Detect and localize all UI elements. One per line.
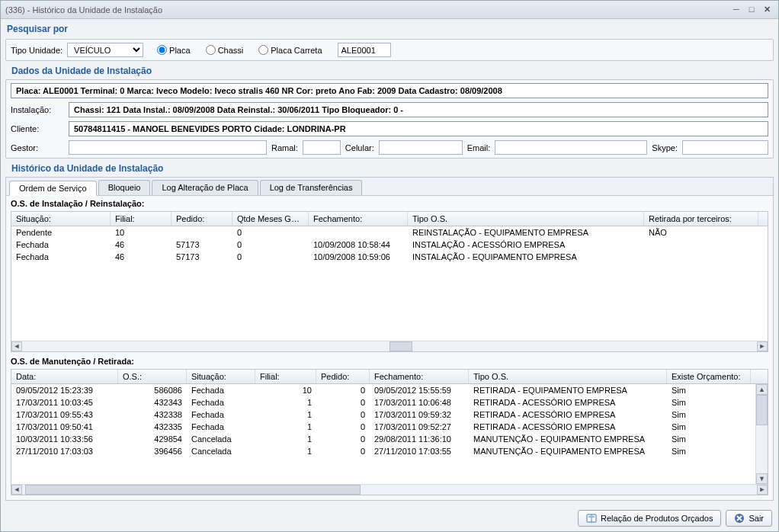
vehicle-header-box: Placa: ALE0001 Terminal: 0 Marca: Iveco … xyxy=(11,83,768,98)
radio-placa-carreta[interactable]: Placa Carreta xyxy=(258,45,322,55)
table-cell: 10/09/2008 10:58:44 xyxy=(309,239,408,251)
grid2-h-os[interactable]: O.S.: xyxy=(118,370,187,383)
grid-install: Situação: Filial: Pedido: Qtde Meses Gar… xyxy=(11,211,768,352)
grid1-body[interactable]: Pendente100REINSTALAÇÃO - EQUIPAMENTO EM… xyxy=(11,226,768,341)
table-cell: 432335 xyxy=(118,421,187,433)
table-cell: 17/03/2011 09:52:27 xyxy=(370,421,469,433)
table-cell: 27/11/2010 17:03:03 xyxy=(11,445,118,457)
table-cell: 1 xyxy=(255,409,316,421)
grid2-h-fechamento[interactable]: Fechamento: xyxy=(370,370,469,383)
maximize-button[interactable]: □ xyxy=(745,5,758,15)
grid1-hscroll[interactable]: ◄► xyxy=(11,341,768,351)
table-cell: 17/03/2011 09:59:32 xyxy=(370,409,469,421)
table-cell: 57173 xyxy=(172,251,232,263)
search-panel: Tipo Unidade: VEÍCULO Placa Chassi Placa… xyxy=(5,39,774,61)
table-cell: Fechada xyxy=(187,409,255,421)
tab-ordem-servico[interactable]: Ordem de Serviço xyxy=(9,181,97,196)
table-cell: 17/03/2011 09:50:41 xyxy=(11,421,118,433)
window-title: (336) - Histórico da Unidade de Instalaç… xyxy=(5,5,728,14)
table-row[interactable]: 17/03/2011 10:03:45432343Fechada1017/03/… xyxy=(11,396,755,409)
grid1-h-qtde[interactable]: Qtde Meses Gar... xyxy=(232,212,309,226)
grid2-h-pedido[interactable]: Pedido: xyxy=(316,370,370,383)
instalacao-value: Chassi: 121 Data Instal.: 08/09/2008 Dat… xyxy=(69,102,768,117)
table-cell: RETIRADA - EQUIPAMENTO EMPRESA xyxy=(469,384,667,396)
table-cell: Sim xyxy=(667,396,751,409)
table-cell: Sim xyxy=(667,421,751,433)
radio-placa[interactable]: Placa xyxy=(157,45,191,55)
grid1-title: O.S. de Instalação / Reinstalação: xyxy=(6,196,773,210)
grid1-h-filial[interactable]: Filial: xyxy=(111,212,172,226)
grid2-header: Data: O.S.: Situação: Filial: Pedido: Fe… xyxy=(11,370,768,384)
skype-input[interactable] xyxy=(682,140,768,155)
main-window: (336) - Histórico da Unidade de Instalaç… xyxy=(0,0,779,532)
celular-input[interactable] xyxy=(379,140,463,155)
table-cell: RETIRADA - ACESSÓRIO EMPRESA xyxy=(469,396,667,409)
table-cell: 1 xyxy=(255,396,316,409)
grid2-h-filial[interactable]: Filial: xyxy=(255,370,316,383)
table-row[interactable]: Fechada4657173010/09/2008 10:58:44INSTAL… xyxy=(11,239,768,251)
grid2-h-tipo[interactable]: Tipo O.S. xyxy=(469,370,667,383)
table-cell xyxy=(644,251,758,263)
exit-button[interactable]: Sair xyxy=(726,510,772,527)
table-row[interactable]: Fechada4657173010/09/2008 10:59:06INSTAL… xyxy=(11,251,768,263)
products-report-button[interactable]: Relação de Produtos Orçados xyxy=(578,510,721,527)
table-row[interactable]: 10/03/2011 10:33:56429854Cancelada1029/0… xyxy=(11,433,755,445)
grid2-title: O.S. de Manutenção / Retirada: xyxy=(6,354,773,367)
table-cell xyxy=(309,226,408,239)
grid1-h-retirada[interactable]: Retirada por terceiros: xyxy=(644,212,758,226)
table-cell: 429854 xyxy=(118,433,187,445)
history-panel: Ordem de Serviço Bloqueio Log Alteração … xyxy=(5,177,774,501)
table-cell: Cancelada xyxy=(187,445,255,457)
table-row[interactable]: 17/03/2011 09:55:43432338Fechada1017/03/… xyxy=(11,409,755,421)
minimize-button[interactable]: ─ xyxy=(729,5,743,15)
table-row[interactable]: Pendente100REINSTALAÇÃO - EQUIPAMENTO EM… xyxy=(11,226,768,239)
email-input[interactable] xyxy=(495,140,647,155)
grid2-body[interactable]: 09/05/2012 15:23:39586086Fechada10009/05… xyxy=(11,384,755,484)
table-cell: Cancelada xyxy=(187,433,255,445)
grid1-h-situacao[interactable]: Situação: xyxy=(11,212,111,226)
table-row[interactable]: 27/11/2010 17:03:03396456Cancelada1027/1… xyxy=(11,445,755,457)
radio-placa-carreta-input[interactable] xyxy=(258,45,268,55)
table-cell: 10/09/2008 10:59:06 xyxy=(309,251,408,263)
table-cell: 17/03/2011 09:55:43 xyxy=(11,409,118,421)
search-section-title: Pesquisar por xyxy=(1,19,778,37)
grid1-h-fechamento[interactable]: Fechamento: xyxy=(309,212,408,226)
grid2-h-data[interactable]: Data: xyxy=(11,370,118,383)
tab-log-transferencias[interactable]: Log de Transferências xyxy=(260,180,363,195)
table-cell: 432343 xyxy=(118,396,187,409)
celular-label: Celular: xyxy=(345,143,374,152)
table-cell: NÃO xyxy=(644,226,758,239)
tab-bloqueio[interactable]: Bloqueio xyxy=(98,180,151,195)
table-cell: Fechada xyxy=(187,421,255,433)
radio-chassi[interactable]: Chassi xyxy=(206,45,244,55)
table-cell: RETIRADA - ACESSÓRIO EMPRESA xyxy=(469,409,667,421)
table-cell: INSTALAÇÃO - ACESSÓRIO EMPRESA xyxy=(408,239,644,251)
table-row[interactable]: 17/03/2011 09:50:41432335Fechada1017/03/… xyxy=(11,421,755,433)
table-cell: Sim xyxy=(667,409,751,421)
gestor-label: Gestor: xyxy=(11,143,64,152)
table-cell: 0 xyxy=(232,251,309,263)
table-cell: 46 xyxy=(111,239,172,251)
table-cell: Fechada xyxy=(11,251,111,263)
close-button[interactable]: ✕ xyxy=(760,5,774,15)
gestor-input[interactable] xyxy=(69,140,267,155)
tabs-bar: Ordem de Serviço Bloqueio Log Alteração … xyxy=(6,178,773,196)
grid1-h-pedido[interactable]: Pedido: xyxy=(172,212,232,226)
grid1-header: Situação: Filial: Pedido: Qtde Meses Gar… xyxy=(11,212,768,226)
unit-type-select[interactable]: VEÍCULO xyxy=(67,43,143,57)
grid2-h-orcamento[interactable]: Existe Orçamento: xyxy=(667,370,751,383)
tab-log-alteracao-placa[interactable]: Log Alteração de Placa xyxy=(152,180,258,195)
grid2-vscroll[interactable]: ▲▼ xyxy=(755,384,768,484)
search-input[interactable] xyxy=(338,43,391,57)
grid2-hscroll[interactable]: ◄► xyxy=(11,484,768,495)
book-icon xyxy=(586,513,597,524)
grid2-h-situacao[interactable]: Situação: xyxy=(187,370,255,383)
table-row[interactable]: 09/05/2012 15:23:39586086Fechada10009/05… xyxy=(11,384,755,396)
radio-placa-input[interactable] xyxy=(157,45,167,55)
grid1-h-tipo[interactable]: Tipo O.S. xyxy=(408,212,644,226)
table-cell: 09/05/2012 15:23:39 xyxy=(11,384,118,396)
radio-chassi-input[interactable] xyxy=(206,45,216,55)
ramal-input[interactable] xyxy=(303,140,341,155)
table-cell: MANUTENÇÃO - EQUIPAMENTO EMPRESA xyxy=(469,433,667,445)
exit-icon xyxy=(734,513,745,524)
